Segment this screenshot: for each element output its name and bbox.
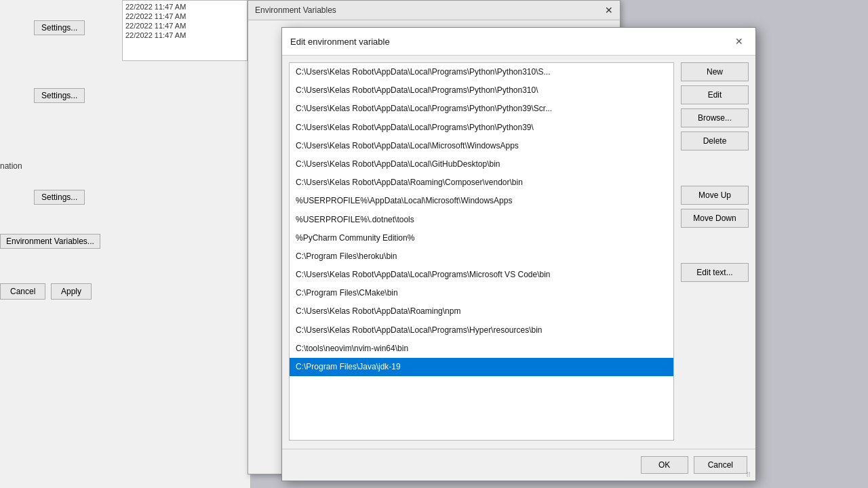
path-item[interactable]: C:\Users\Kelas Robot\AppData\Roaming\npm (290, 302, 673, 321)
log-entry-1: 22/2022 11:47 AM (124, 2, 245, 12)
edit-titlebar: Edit environment variable ✕ (282, 28, 755, 56)
bg-cancel-btn[interactable]: Cancel (0, 283, 45, 300)
bg-env-vars-btn[interactable]: Environment Variables... (0, 234, 100, 249)
log-entry-4: 22/2022 11:47 AM (124, 30, 245, 40)
path-item[interactable]: C:\Users\Kelas Robot\AppData\Local\Progr… (290, 81, 673, 100)
log-entry-3: 22/2022 11:47 AM (124, 21, 245, 30)
bg-nation-label: nation (0, 161, 22, 171)
env-vars-title: Environment Variables (255, 5, 336, 15)
resize-handle[interactable]: ⠿ (746, 471, 754, 479)
env-vars-close-icon[interactable]: ✕ (605, 5, 613, 16)
path-item[interactable]: C:\Users\Kelas Robot\AppData\Local\Micro… (290, 137, 673, 155)
path-item[interactable]: C:\Users\Kelas Robot\AppData\Local\Progr… (290, 119, 673, 137)
path-item[interactable]: C:\Program Files\Java\jdk-19 (290, 358, 673, 376)
edit-dialog-body: C:\Users\Kelas Robot\AppData\Local\Progr… (282, 56, 755, 447)
env-vars-titlebar: Environment Variables ✕ (248, 1, 620, 20)
close-icon: ✕ (735, 36, 743, 47)
browse-button[interactable]: Browse... (681, 108, 749, 127)
path-item[interactable]: C:\Users\Kelas Robot\AppData\Local\GitHu… (290, 155, 673, 174)
edit-footer: OK Cancel (282, 449, 755, 481)
path-item[interactable]: C:\tools\neovim\nvim-win64\bin (290, 340, 673, 358)
path-item[interactable]: C:\Users\Kelas Robot\AppData\Local\Progr… (290, 100, 673, 118)
move-up-button[interactable]: Move Up (681, 186, 749, 205)
path-item[interactable]: %USERPROFILE%\.dotnet\tools (290, 211, 673, 229)
path-item[interactable]: C:\Users\Kelas Robot\AppData\Local\Progr… (290, 321, 673, 340)
edit-dialog: Edit environment variable ✕ C:\Users\Kel… (281, 27, 756, 481)
path-item[interactable]: C:\Users\Kelas Robot\AppData\Local\Progr… (290, 63, 673, 81)
edit-dialog-title: Edit environment variable (290, 37, 390, 47)
path-list-container[interactable]: C:\Users\Kelas Robot\AppData\Local\Progr… (289, 62, 674, 441)
edit-button[interactable]: Edit (681, 85, 749, 104)
bg-apply-btn[interactable]: Apply (51, 283, 92, 300)
cancel-button[interactable]: Cancel (694, 456, 747, 474)
edit-text-button[interactable]: Edit text... (681, 263, 749, 282)
log-entry-2: 22/2022 11:47 AM (124, 12, 245, 21)
new-button[interactable]: New (681, 62, 749, 81)
path-item[interactable]: C:\Program Files\CMake\bin (290, 284, 673, 302)
close-button[interactable]: ✕ (731, 33, 747, 49)
path-list: C:\Users\Kelas Robot\AppData\Local\Progr… (290, 63, 673, 376)
path-item[interactable]: %PyCharm Community Edition% (290, 229, 673, 247)
ok-button[interactable]: OK (641, 456, 688, 474)
delete-button[interactable]: Delete (681, 131, 749, 150)
bg-settings-btn-1[interactable]: Settings... (34, 20, 85, 35)
buttons-panel: New Edit Browse... Delete Move Up Move D… (681, 62, 749, 441)
path-item[interactable]: %USERPROFILE%\AppData\Local\Microsoft\Wi… (290, 192, 673, 210)
move-down-button[interactable]: Move Down (681, 209, 749, 228)
background-log: 22/2022 11:47 AM 22/2022 11:47 AM 22/202… (122, 0, 248, 61)
bg-settings-btn-2[interactable]: Settings... (34, 88, 85, 103)
path-item[interactable]: C:\Users\Kelas Robot\AppData\Roaming\Com… (290, 174, 673, 192)
path-item[interactable]: C:\Users\Kelas Robot\AppData\Local\Progr… (290, 266, 673, 284)
path-item[interactable]: C:\Program Files\heroku\bin (290, 247, 673, 266)
bg-settings-btn-3[interactable]: Settings... (34, 190, 85, 205)
